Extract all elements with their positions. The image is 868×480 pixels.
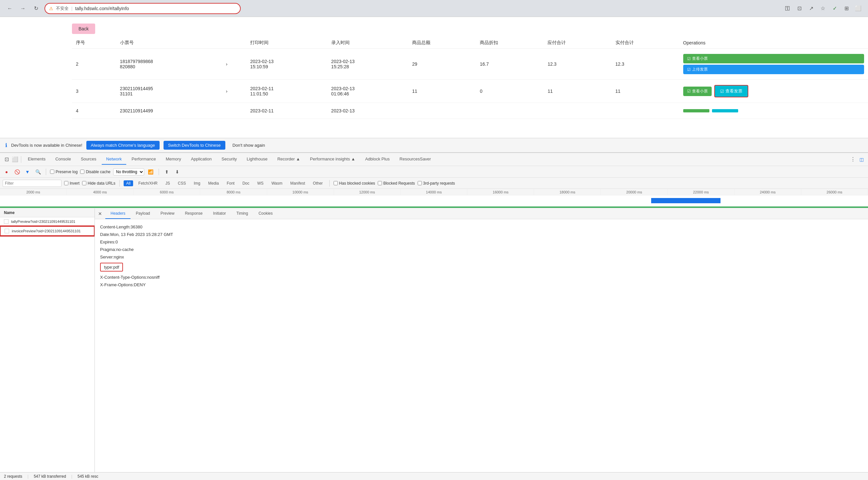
tab-console[interactable]: Console	[51, 154, 75, 165]
row2-actual: 12.3	[612, 49, 679, 80]
online-icon-btn[interactable]: 📶	[147, 168, 155, 176]
disable-cache-checkbox[interactable]	[80, 170, 84, 174]
filter-wasm[interactable]: Wasm	[269, 180, 285, 186]
clear-button[interactable]: 🚫	[13, 168, 21, 176]
row3-payable: 11	[544, 80, 611, 103]
invert-label[interactable]: Invert	[64, 181, 80, 185]
row3-chevron[interactable]: ›	[222, 80, 246, 103]
req1-checkbox	[4, 219, 8, 224]
url-text: tally.hdswlc.com/#/tallyInfo	[75, 6, 129, 11]
upload-invoice-btn-row2[interactable]: ☑ 上传发票	[683, 65, 864, 74]
tally-table: 序号 小票号 打印时间 录入时间 商品总额 商品折扣 应付合计 实付合计 Ope…	[72, 37, 868, 119]
filter-js[interactable]: JS	[163, 180, 173, 186]
import-har-btn[interactable]: ⬆	[163, 168, 171, 176]
search-button[interactable]: 🔍	[34, 168, 42, 176]
filter-input[interactable]	[3, 180, 61, 187]
header-x-content-type: X-Content-Type-Options: nosniff	[100, 273, 863, 281]
filter-fetch-xhr[interactable]: Fetch/XHR	[136, 180, 160, 186]
col-header-print-time: 打印时间	[246, 37, 328, 49]
details-tab-initiator[interactable]: Initiator	[208, 208, 231, 219]
preserve-log-label[interactable]: Preserve log	[50, 170, 78, 174]
view-ticket-btn-row3[interactable]: ☑ 查看小票	[683, 87, 712, 96]
filter-ws[interactable]: WS	[255, 180, 266, 186]
devtools-more-options[interactable]: ⋮	[849, 156, 857, 163]
extensions-icon[interactable]: ⊞	[842, 4, 851, 13]
filter-doc[interactable]: Doc	[240, 180, 252, 186]
third-party-label[interactable]: 3rd-party requests	[417, 181, 455, 185]
col-header-entry-time: 录入时间	[328, 37, 408, 49]
request-item-1[interactable]: tallyPreview?oid=230211091449531101	[0, 217, 95, 226]
details-tab-preview[interactable]: Preview	[155, 208, 180, 219]
password-icon[interactable]: ⚿	[783, 4, 792, 13]
filter-all[interactable]: All	[124, 180, 133, 186]
tab-application[interactable]: Application	[186, 154, 217, 165]
filter-manifest[interactable]: Manifest	[287, 180, 307, 186]
disable-cache-label[interactable]: Disable cache	[80, 170, 110, 174]
timeline-12000: 12000 ms	[334, 189, 401, 195]
filter-toggle-btn[interactable]: ▼	[24, 168, 31, 176]
tab-lighthouse[interactable]: Lighthouse	[242, 154, 272, 165]
back-page-button[interactable]: Back	[72, 24, 95, 34]
row2-chevron[interactable]: ›	[222, 49, 246, 80]
maximize-icon[interactable]: ⬜	[854, 4, 863, 13]
tab-network[interactable]: Network	[102, 154, 127, 165]
table-row: 4 2302110914499 2023-02-11 2023-02-13	[72, 103, 868, 119]
details-tab-response[interactable]: Response	[180, 208, 208, 219]
timeline-14000: 14000 ms	[401, 189, 467, 195]
header-expires: Expires: 0	[100, 238, 863, 246]
details-tab-timing[interactable]: Timing	[231, 208, 253, 219]
tab-memory[interactable]: Memory	[161, 154, 186, 165]
request-item-2[interactable]: invoicePreview?oid=230211091449531101	[0, 226, 95, 236]
third-party-checkbox[interactable]	[417, 181, 422, 185]
vpn-icon[interactable]: ✓	[830, 4, 839, 13]
tab-recorder[interactable]: Recorder ▲	[273, 154, 305, 165]
record-button[interactable]: ●	[3, 168, 10, 176]
filter-font[interactable]: Font	[224, 180, 237, 186]
cast-icon[interactable]: ⊡	[795, 4, 804, 13]
tab-elements[interactable]: Elements	[23, 154, 50, 165]
tab-security[interactable]: Security	[217, 154, 241, 165]
hide-data-urls-label[interactable]: Hide data URLs	[82, 181, 116, 185]
blocked-cookies-checkbox[interactable]	[334, 181, 338, 185]
details-tab-payload[interactable]: Payload	[130, 208, 155, 219]
address-bar[interactable]: ⚠ 不安全 | tally.hdswlc.com/#/tallyInfo	[44, 3, 241, 14]
devtools-side-panel-btn[interactable]: ◫	[858, 156, 865, 163]
tab-performance[interactable]: Performance	[127, 154, 160, 165]
match-language-button[interactable]: Always match Chrome's language	[86, 141, 160, 150]
filter-other[interactable]: Other	[310, 180, 326, 186]
hide-data-urls-checkbox[interactable]	[82, 181, 86, 185]
back-button[interactable]: ←	[5, 4, 14, 13]
close-details-btn[interactable]: ✕	[96, 210, 104, 218]
throttle-select[interactable]: No throttling	[113, 168, 144, 175]
invert-checkbox[interactable]	[64, 181, 68, 185]
bookmark-icon[interactable]: ☆	[818, 4, 828, 13]
view-invoice-btn-row3[interactable]: ☑ 查看发票	[714, 85, 748, 97]
share-icon[interactable]: ↗	[807, 4, 816, 13]
details-tab-headers[interactable]: Headers	[105, 208, 130, 219]
status-bar: 2 requests | 547 kB transferred | 545 kB…	[0, 472, 868, 480]
blocked-requests-label[interactable]: Blocked Requests	[378, 181, 415, 185]
filter-img[interactable]: Img	[191, 180, 203, 186]
view-ticket-btn-row2[interactable]: ☑ 查看小票	[683, 54, 864, 63]
tab-performance-insights[interactable]: Performance insights ▲	[306, 154, 360, 165]
devtools-tabs-bar: ⊡ ⬜ Elements Console Sources Network Per…	[0, 153, 868, 166]
blocked-requests-checkbox[interactable]	[378, 181, 382, 185]
filter-media[interactable]: Media	[206, 180, 221, 186]
dont-show-again-button[interactable]: Don't show again	[229, 141, 268, 150]
preserve-log-checkbox[interactable]	[50, 170, 54, 174]
forward-button[interactable]: →	[18, 4, 28, 13]
tab-sources[interactable]: Sources	[76, 154, 101, 165]
reload-button[interactable]: ↻	[31, 4, 40, 13]
switch-chinese-button[interactable]: Switch DevTools to Chinese	[163, 141, 225, 150]
header-date: Date: Mon, 13 Feb 2023 15:28:27 GMT	[100, 231, 863, 238]
export-har-btn[interactable]: ⬇	[173, 168, 181, 176]
timeline-labels: 2000 ms 4000 ms 6000 ms 8000 ms 10000 ms…	[0, 189, 868, 195]
device-toolbar-btn[interactable]: ⬜	[11, 156, 19, 163]
row3-ticket: 2302110914495 31101	[116, 80, 222, 103]
inspect-element-btn[interactable]: ⊡	[3, 156, 10, 163]
filter-css[interactable]: CSS	[175, 180, 189, 186]
details-tab-cookies[interactable]: Cookies	[253, 208, 278, 219]
tab-resources-saver[interactable]: ResourcesSaver	[395, 154, 436, 165]
blocked-cookies-label[interactable]: Has blocked cookies	[334, 181, 375, 185]
tab-adblock[interactable]: Adblock Plus	[361, 154, 394, 165]
